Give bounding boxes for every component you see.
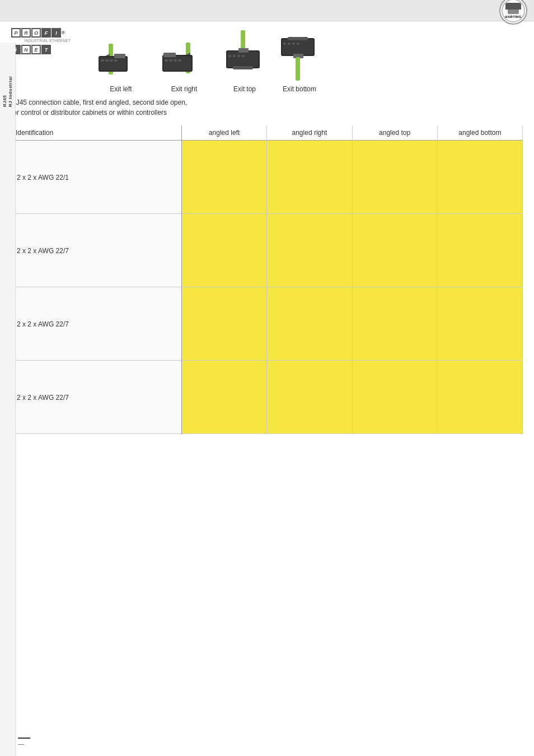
row4-angled-right-cell (267, 361, 352, 434)
logo-section: P R O F I ® INDUSTRIAL ETHERNET i N E T (11, 28, 84, 54)
description-line2: for control or distributor cabinets or w… (11, 108, 523, 118)
svg-rect-2 (100, 57, 127, 71)
svg-rect-24 (233, 55, 236, 57)
exit-left-label: Exit left (110, 85, 132, 93)
svg-rect-6 (105, 59, 109, 62)
header-area: P R O F I ® INDUSTRIAL ETHERNET i N E T (11, 28, 523, 93)
row1-angled-bottom-cell (437, 141, 522, 214)
exit-top-connector-svg (219, 28, 270, 84)
row1-angled-bottom-content (438, 141, 522, 213)
page-indicator-text: — (18, 740, 30, 747)
table-row: 2 x 2 x AWG 22/7 (11, 214, 523, 287)
svg-rect-16 (174, 59, 177, 62)
exit-left-image-group: Exit left (93, 38, 149, 93)
inet-box-n: N (21, 45, 31, 54)
left-sidebar: RJ45 RJ Industrial (0, 43, 16, 756)
row2-angled-left-cell (182, 214, 267, 287)
svg-rect-21 (238, 48, 249, 53)
row4-angled-top-content (353, 361, 437, 433)
product-images-row: Exit left (93, 28, 523, 93)
row3-angled-right-content (267, 287, 352, 360)
col-angled-right: angled right (267, 125, 352, 141)
row3-angled-left-content (182, 287, 266, 360)
svg-rect-12 (163, 53, 176, 57)
row1-id-cell: 2 x 2 x AWG 22/1 (11, 141, 182, 214)
row2-id: 2 x 2 x AWG 22/7 (17, 247, 69, 255)
row2-id-cell: 2 x 2 x AWG 22/7 (11, 214, 182, 287)
row4-id-cell: 2 x 2 x AWG 22/7 (11, 361, 182, 434)
row3-id-cell: 2 x 2 x AWG 22/7 (11, 287, 182, 361)
row1-angled-right-content (267, 141, 352, 213)
svg-rect-17 (178, 59, 181, 62)
svg-rect-28 (282, 39, 313, 55)
table-header-row: Identification angled left angled right … (11, 125, 523, 141)
logo-box-o: O (31, 28, 41, 38)
row1-angled-left-content (182, 141, 266, 213)
logo-box-r: R (21, 28, 31, 38)
col-identification: Identification (11, 125, 182, 141)
logo-box-i: I (51, 28, 61, 38)
description-line1: RJ45 connection cable, first end angled,… (11, 97, 523, 108)
logo-box-f: F (41, 28, 51, 38)
svg-rect-32 (283, 43, 286, 45)
svg-rect-30 (296, 57, 300, 81)
row3-angled-top-content (353, 287, 437, 360)
top-bar: HARTING (0, 0, 534, 21)
row4-angled-bottom-content (438, 361, 522, 433)
svg-rect-31 (288, 37, 308, 40)
svg-rect-35 (297, 43, 299, 45)
exit-top-image-group: Exit top (219, 28, 270, 93)
svg-rect-26 (242, 55, 245, 57)
exit-left-connector-svg (93, 38, 149, 84)
harting-text: HARTING (503, 15, 523, 18)
row3-angled-bottom-content (438, 287, 522, 360)
svg-rect-8 (114, 59, 118, 62)
sidebar-label-rj45: RJ45 RJ Industrial (2, 76, 13, 107)
profinet-logo-boxes: P R O F I (11, 28, 61, 38)
exit-bottom-label: Exit bottom (283, 85, 316, 93)
registered-mark: ® (62, 30, 65, 35)
row1-angled-left-cell (182, 141, 267, 214)
exit-top-label: Exit top (233, 85, 256, 93)
row2-angled-bottom-cell (437, 214, 522, 287)
svg-rect-15 (169, 59, 172, 62)
svg-rect-22 (233, 66, 253, 69)
svg-marker-4 (105, 54, 110, 56)
harting-logo: HARTING (499, 0, 527, 25)
svg-rect-25 (237, 55, 240, 57)
exit-right-image-group: Exit right (153, 38, 215, 93)
exit-bottom-connector-svg (274, 28, 325, 84)
svg-rect-23 (228, 55, 231, 57)
row2-angled-left-content (182, 214, 266, 287)
table-row: 2 x 2 x AWG 22/7 (11, 361, 523, 434)
svg-rect-3 (114, 54, 125, 58)
row1-angled-top-cell (352, 141, 437, 214)
col-angled-top: angled top (352, 125, 437, 141)
table-row: 2 x 2 x AWG 22/1 (11, 141, 523, 214)
logo-box-p: P (11, 28, 21, 38)
row2-angled-bottom-content (438, 214, 522, 287)
product-table: Identification angled left angled right … (11, 125, 523, 434)
col-angled-bottom: angled bottom (437, 125, 522, 141)
row3-id: 2 x 2 x AWG 22/7 (17, 320, 69, 328)
exit-bottom-image-group: Exit bottom (274, 28, 325, 93)
inet-box-t: T (41, 45, 51, 54)
page-indicator-line (18, 738, 30, 739)
svg-rect-7 (110, 59, 113, 62)
svg-rect-33 (288, 43, 291, 45)
svg-rect-20 (227, 52, 259, 67)
row4-angled-right-content (267, 361, 352, 433)
industrial-ethernet-label: INDUSTRIAL ETHERNET (11, 39, 84, 43)
row3-angled-left-cell (182, 287, 267, 361)
row1-angled-right-cell (267, 141, 352, 214)
exit-right-label: Exit right (171, 85, 198, 93)
row2-angled-right-cell (267, 214, 352, 287)
row4-angled-left-cell (182, 361, 267, 434)
row4-id: 2 x 2 x AWG 22/7 (17, 394, 69, 402)
row1-id: 2 x 2 x AWG 22/1 (17, 174, 69, 181)
row3-angled-top-cell (352, 287, 437, 361)
row2-angled-top-cell (352, 214, 437, 287)
row4-angled-bottom-cell (437, 361, 522, 434)
row3-angled-right-cell (267, 287, 352, 361)
page-indicator-area: — (18, 738, 30, 747)
